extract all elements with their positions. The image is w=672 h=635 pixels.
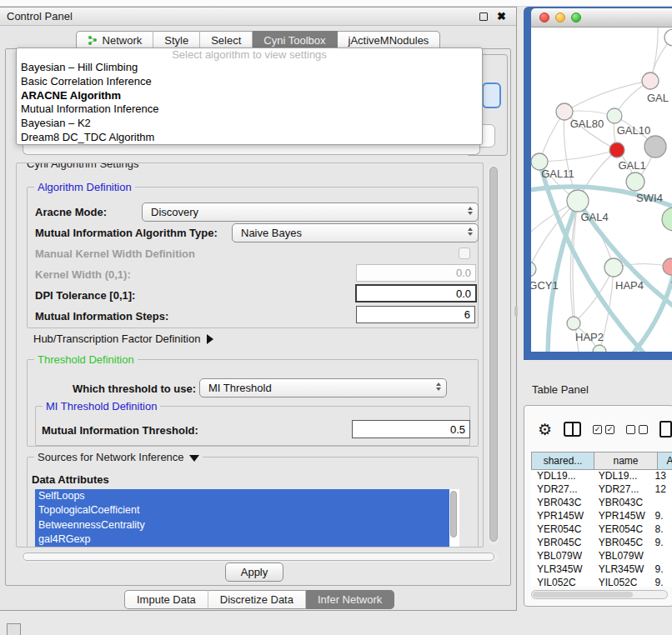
- tab-infer-network[interactable]: Infer Network: [306, 590, 394, 609]
- algorithm-option[interactable]: Bayesian – Hill Climbing: [17, 61, 482, 75]
- network-node[interactable]: [664, 29, 672, 46]
- network-window-titlebar[interactable]: [531, 8, 672, 28]
- close-icon[interactable]: ✖: [497, 10, 506, 22]
- table-cell: YLR345W: [531, 563, 591, 577]
- hub-definition-expander[interactable]: Hub/Transcription Factor Definition: [33, 332, 213, 345]
- table-row[interactable]: YPR145WYPR145W9.: [531, 510, 672, 523]
- table-cell: YPR145W: [591, 510, 651, 523]
- data-attributes-list[interactable]: SelfLoopsTopologicalCoefficientBetweenne…: [35, 489, 459, 548]
- table-row[interactable]: YBR045CYBR045C9.: [531, 537, 672, 550]
- table-cell: [651, 497, 672, 510]
- attributes-scrollbar[interactable]: [449, 489, 458, 548]
- settings-vertical-scrollbar[interactable]: [488, 165, 499, 545]
- kernel-width-field[interactable]: 0.0: [356, 264, 476, 282]
- table-panel-title: Table Panel: [524, 383, 589, 396]
- network-canvas[interactable]: GALGAL80GAL10GAL1GAL11SWI4GAL4GCY1HAP4YH…: [531, 28, 672, 352]
- network-edge[interactable]: [574, 268, 614, 323]
- network-node[interactable]: [644, 136, 666, 158]
- network-edge[interactable]: [629, 238, 672, 352]
- network-edge[interactable]: [564, 81, 650, 112]
- network-icon: [88, 35, 98, 46]
- network-node-label: GCY1: [531, 279, 559, 292]
- float-window-icon[interactable]: [479, 12, 488, 21]
- settings-horizontal-scrollbar[interactable]: [21, 552, 499, 562]
- algorithm-option[interactable]: Dream8 DC_TDC Algorithm: [17, 131, 482, 145]
- tab-impute-data[interactable]: Impute Data: [124, 590, 208, 609]
- table-horizontal-scrollbar[interactable]: [531, 590, 668, 599]
- network-node[interactable]: [609, 142, 624, 158]
- network-node[interactable]: [663, 258, 672, 275]
- apply-button[interactable]: Apply: [225, 562, 283, 582]
- manual-kernel-checkbox[interactable]: [459, 248, 470, 259]
- attribute-item-selected[interactable]: BetweennessCentrality: [35, 518, 449, 532]
- deselect-all-columns-icon[interactable]: [626, 425, 648, 434]
- close-traffic-light-icon[interactable]: [539, 12, 549, 22]
- focused-combo-fragment: [482, 82, 501, 108]
- table-cell: YBR043C: [531, 497, 591, 510]
- table-column-header[interactable]: A: [658, 452, 672, 469]
- tab-label: Discretize Data: [220, 593, 293, 606]
- table-row[interactable]: YBR043CYBR043C: [531, 497, 672, 510]
- network-node[interactable]: [626, 172, 644, 191]
- table-cell: 9.: [651, 510, 672, 523]
- network-node[interactable]: [607, 108, 622, 123]
- hub-definition-label: Hub/Transcription Factor Definition: [33, 332, 200, 345]
- network-edge[interactable]: [539, 150, 617, 162]
- network-node[interactable]: [662, 208, 672, 231]
- algorithm-option[interactable]: Mutual Information Inference: [17, 102, 482, 117]
- algorithm-option[interactable]: Bayesian – K2: [17, 117, 482, 131]
- table-row[interactable]: YIL052CYIL052C9.: [531, 577, 672, 587]
- splitpane-handle[interactable]: [514, 306, 518, 317]
- tab-label: Infer Network: [318, 593, 382, 606]
- which-threshold-combo[interactable]: MI Threshold: [199, 378, 447, 398]
- table-row[interactable]: YLR345WYLR345W9.: [531, 563, 672, 577]
- dpi-tolerance-field[interactable]: 0.0: [355, 284, 477, 302]
- control-panel-window: Control Panel ✖ Network Style Select Cyn…: [0, 7, 517, 611]
- mi-algorithm-type-combo[interactable]: Naive Bayes: [232, 223, 479, 242]
- tab-discretize-data[interactable]: Discretize Data: [208, 590, 306, 609]
- attribute-item-selected[interactable]: TopologicalCoefficient: [35, 503, 449, 518]
- aracne-mode-combo[interactable]: Discovery: [142, 202, 479, 222]
- network-node[interactable]: [531, 262, 536, 277]
- control-panel-title: Control Panel: [7, 10, 73, 22]
- table-body: YDL19...YDL19...13YDR27...YDR27...12YBR0…: [531, 470, 672, 587]
- attribute-item-selected[interactable]: gal4RGexp: [35, 532, 449, 547]
- mi-threshold-field[interactable]: 0.5: [352, 420, 470, 438]
- network-node[interactable]: [567, 190, 589, 212]
- table-cell: YPR145W: [531, 510, 591, 523]
- zoom-traffic-light-icon[interactable]: [571, 12, 581, 22]
- export-table-icon[interactable]: [659, 421, 672, 438]
- tab-label: Cyni Toolbox: [263, 34, 325, 47]
- attribute-item-selected[interactable]: SelfLoops: [35, 489, 449, 503]
- minimized-panel-box[interactable]: [7, 623, 21, 635]
- mi-steps-field[interactable]: 6: [356, 306, 475, 323]
- select-all-columns-icon[interactable]: ✓✓: [593, 425, 614, 434]
- table-cell: 8.: [651, 523, 672, 537]
- table-cell: YIL052C: [531, 577, 591, 587]
- table-row[interactable]: YBL079WYBL079W: [531, 550, 672, 563]
- table-column-header[interactable]: name: [594, 452, 658, 469]
- mi-threshold-value: 0.5: [450, 423, 465, 436]
- algorithm-option[interactable]: ARACNE Algorithm: [17, 89, 482, 103]
- network-node-label: HAP4: [615, 279, 644, 292]
- table-row[interactable]: YDR27...YDR27...12: [531, 483, 672, 497]
- table-cell: YBL079W: [591, 550, 651, 563]
- network-node-label: GAL10: [617, 124, 650, 137]
- algorithm-option[interactable]: Basic Correlation Inference: [17, 75, 482, 89]
- table-cell: YDR27...: [531, 483, 591, 497]
- cyni-bottom-tabs: Impute Data Discretize Data Infer Networ…: [124, 590, 394, 609]
- network-node[interactable]: [593, 345, 606, 352]
- table-row[interactable]: YER054CYER054C8.: [531, 523, 672, 537]
- algorithm-option-list: Bayesian – Hill ClimbingBasic Correlatio…: [17, 61, 482, 145]
- network-node[interactable]: [604, 258, 623, 277]
- columns-icon[interactable]: [564, 422, 581, 437]
- sources-title[interactable]: Sources for Network Inference: [34, 451, 203, 463]
- table-row[interactable]: YDL19...YDL19...13: [531, 470, 672, 483]
- network-node[interactable]: [567, 317, 580, 330]
- network-node[interactable]: [642, 72, 659, 89]
- spinner-arrows-icon: [468, 228, 473, 236]
- table-column-header[interactable]: shared...: [531, 452, 594, 469]
- mi-threshold-title: MI Threshold Definition: [43, 400, 160, 412]
- minimize-traffic-light-icon[interactable]: [555, 12, 565, 22]
- gear-icon[interactable]: ⚙: [538, 422, 552, 438]
